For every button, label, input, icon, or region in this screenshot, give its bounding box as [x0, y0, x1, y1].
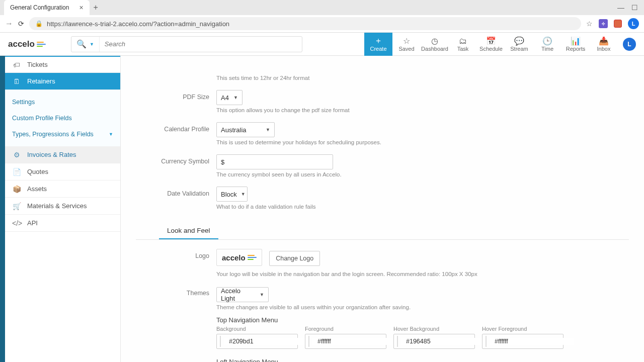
- calendar-profile-select[interactable]: Australia▼: [216, 122, 275, 137]
- code-icon: </>: [12, 219, 21, 227]
- logo[interactable]: accelo: [8, 39, 46, 49]
- fg-label: Foreground: [305, 326, 386, 332]
- nav-reports[interactable]: 📊Reports: [561, 33, 590, 56]
- url-box[interactable]: 🔒 https://lawrence-s-trial-2.accelo.com/…: [29, 17, 581, 30]
- minimize-icon[interactable]: —: [617, 4, 624, 12]
- asset-icon: 📦: [12, 185, 21, 193]
- hfg-label: Hover Foreground: [482, 326, 564, 332]
- extension-icon[interactable]: [614, 20, 622, 28]
- hex-input[interactable]: [490, 338, 574, 345]
- tab-strip: General Configuration × + — ☐: [0, 0, 644, 15]
- sidebar-sub-settings[interactable]: Settings: [5, 94, 120, 110]
- themes-select[interactable]: Accelo Light▼: [216, 287, 269, 302]
- sidebar-item-retainers[interactable]: 🗓 Retainers: [5, 73, 120, 90]
- pdf-size-label: PDF Size: [136, 90, 216, 101]
- sidebar-item-api[interactable]: </> API: [5, 215, 120, 232]
- hex-input[interactable]: [401, 338, 485, 345]
- search-icon: 🔍: [76, 39, 87, 49]
- forward-icon[interactable]: →: [5, 19, 13, 28]
- calendar-icon: 📅: [486, 37, 496, 46]
- clock-icon: 🕒: [542, 37, 552, 46]
- star-icon: ☆: [403, 37, 410, 46]
- currency-symbol-input[interactable]: [216, 154, 333, 169]
- tab-title: General Configuration: [10, 4, 69, 11]
- chevron-down-icon: ▼: [266, 127, 270, 132]
- search-box: 🔍 ▼: [71, 36, 302, 52]
- materials-icon: 🛒: [12, 202, 21, 210]
- topnav-hbg-input[interactable]: [393, 334, 475, 349]
- chevron-down-icon: ▼: [241, 192, 246, 197]
- nav-inbox[interactable]: 📥Inbox: [590, 33, 618, 56]
- lock-icon: 🔒: [35, 20, 43, 27]
- logo-preview: accelo: [216, 249, 262, 266]
- sidebar-subnav: Settings Custom Profile Fields Types, Pr…: [5, 90, 120, 146]
- browser-tab[interactable]: General Configuration ×: [4, 0, 90, 15]
- ticket-icon: 🏷: [12, 61, 21, 69]
- plus-icon: ＋: [374, 37, 382, 46]
- logo-bars-icon: [37, 42, 46, 47]
- bg-label: Background: [216, 326, 298, 332]
- sidebar-item-quotes[interactable]: 📄 Quotes: [5, 163, 120, 180]
- nav-saved[interactable]: ☆Saved: [392, 33, 421, 56]
- section-head: Look and Feel: [136, 223, 629, 240]
- topnav-icons: ＋Create ☆Saved ◷Dashboard 🗂Task 📅Schedul…: [364, 33, 636, 56]
- color-swatch[interactable]: [220, 336, 221, 347]
- chevron-down-icon: ▼: [260, 292, 264, 297]
- nav-schedule[interactable]: 📅Schedule: [477, 33, 505, 56]
- leftnav-menu-title: Left Navigation Menu: [216, 358, 629, 362]
- sidebar: 🏷 Tickets 🗓 Retainers Settings Custom Pr…: [5, 56, 121, 362]
- pdf-size-select[interactable]: A4▼: [216, 90, 243, 105]
- time-format-help: This sets time to 12hr or 24hr format: [216, 75, 629, 81]
- sidebar-sub-types[interactable]: Types, Progressions & Fields ▼: [5, 126, 120, 142]
- logo-label: Logo: [136, 249, 216, 259]
- color-swatch[interactable]: [486, 336, 487, 347]
- close-icon[interactable]: ×: [79, 4, 83, 12]
- topnav-fg-input[interactable]: [305, 334, 386, 349]
- new-tab-button[interactable]: +: [94, 3, 98, 12]
- change-logo-button[interactable]: Change Logo: [269, 251, 320, 266]
- sidebar-item-invoices[interactable]: ⚙ Invoices & Rates: [5, 146, 120, 163]
- browser-avatar[interactable]: L: [628, 18, 639, 29]
- gauge-icon: ◷: [431, 37, 438, 46]
- logo-bars-icon: [248, 255, 257, 260]
- address-bar: → ⟳ 🔒 https://lawrence-s-trial-2.accelo.…: [0, 15, 644, 32]
- addr-right: ☆ ✧ L: [586, 18, 639, 29]
- user-avatar[interactable]: L: [623, 38, 636, 51]
- nav-time[interactable]: 🕒Time: [533, 33, 561, 56]
- color-swatch[interactable]: [397, 336, 398, 347]
- sidebar-sub-custom-profile[interactable]: Custom Profile Fields: [5, 110, 120, 126]
- search-input[interactable]: [100, 40, 302, 48]
- reload-icon[interactable]: ⟳: [18, 20, 24, 28]
- sidebar-item-assets[interactable]: 📦 Assets: [5, 180, 120, 198]
- topnav-hfg-input[interactable]: [482, 334, 564, 349]
- nav-task[interactable]: 🗂Task: [449, 33, 477, 56]
- look-and-feel-tab: Look and Feel: [159, 223, 218, 239]
- invoice-icon: ⚙: [12, 151, 21, 159]
- browser-chrome: General Configuration × + — ☐ → ⟳ 🔒 http…: [0, 0, 644, 33]
- date-validation-help: What to do if a date validation rule fai…: [216, 204, 629, 210]
- calendar-profile-label: Calendar Profile: [136, 122, 216, 133]
- chart-icon: 📊: [571, 37, 581, 46]
- hex-input[interactable]: [312, 338, 396, 345]
- logo-help: Your logo will be visible in the navigat…: [216, 271, 629, 277]
- color-swatch[interactable]: [308, 336, 309, 347]
- maximize-icon[interactable]: ☐: [631, 4, 638, 12]
- bookmark-icon[interactable]: ☆: [586, 20, 593, 28]
- retainer-icon: 🗓: [12, 77, 21, 85]
- date-validation-select[interactable]: Block▼: [216, 187, 248, 202]
- nav-stream[interactable]: 💬Stream: [505, 33, 533, 56]
- create-button[interactable]: ＋Create: [364, 33, 392, 56]
- sidebar-item-tickets[interactable]: 🏷 Tickets: [5, 56, 120, 73]
- extension-icon[interactable]: ✧: [599, 19, 608, 28]
- themes-label: Themes: [136, 286, 216, 297]
- chevron-down-icon: ▼: [233, 95, 238, 100]
- topnav-bg-input[interactable]: [216, 334, 298, 349]
- sidebar-item-materials[interactable]: 🛒 Materials & Services: [5, 198, 120, 215]
- search-scope-dropdown[interactable]: 🔍 ▼: [71, 37, 100, 52]
- nav-dashboard[interactable]: ◷Dashboard: [421, 33, 449, 56]
- calendar-profile-help: This is used to determine your holidays …: [216, 139, 629, 145]
- hex-input[interactable]: [224, 338, 308, 345]
- left-rail: [0, 56, 5, 362]
- themes-help: Theme changes are visible to all users w…: [216, 304, 629, 310]
- window-controls: — ☐: [617, 4, 644, 12]
